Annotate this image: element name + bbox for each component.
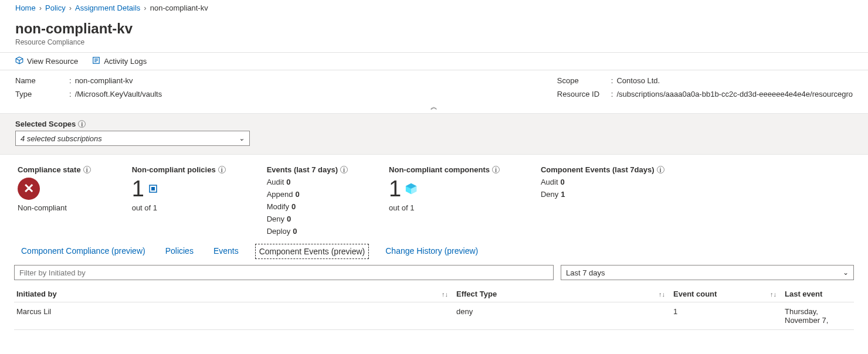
component-cube-icon xyxy=(405,182,418,195)
policy-icon xyxy=(148,183,158,194)
tab-events[interactable]: Events xyxy=(210,244,242,259)
col-initiated-by[interactable]: Initiated by↑↓ xyxy=(14,286,454,302)
info-icon[interactable]: i xyxy=(340,166,348,173)
type-value: /Microsoft.KeyVault/vaults xyxy=(75,90,162,98)
scope-label: Scope xyxy=(557,76,608,85)
info-icon[interactable]: i xyxy=(218,166,226,173)
svg-rect-5 xyxy=(151,187,155,190)
compliance-state-value: Non-compliant xyxy=(18,203,91,212)
component-events-title: Component Events (last 7days) xyxy=(541,165,655,174)
event-deny-value: 0 xyxy=(287,215,291,223)
page-subtitle: Resource Compliance xyxy=(0,37,868,52)
noncompliant-components-title: Non-compliant components xyxy=(389,165,490,174)
log-icon xyxy=(92,56,100,66)
sort-icon: ↑↓ xyxy=(659,291,669,298)
breadcrumb-assignment-details[interactable]: Assignment Details xyxy=(75,4,140,12)
cevent-deny-value: 1 xyxy=(561,190,565,199)
event-deploy-value: 0 xyxy=(293,227,297,236)
col-effect-type-label: Effect Type xyxy=(456,290,497,298)
noncompliant-components-sub: out of 1 xyxy=(389,203,500,212)
noncompliant-policies-title: Non-compliant policies xyxy=(132,165,216,174)
cell-last-event: Thursday, November 7, xyxy=(782,302,854,329)
event-audit-value: 0 xyxy=(286,178,290,186)
sort-icon: ↑↓ xyxy=(770,291,780,298)
date-range-dropdown[interactable]: Last 7 days ⌄ xyxy=(561,265,854,280)
col-event-count[interactable]: Event count↑↓ xyxy=(671,286,782,302)
collapse-toggle[interactable]: ︽ xyxy=(0,101,868,113)
events-metric: Events (last 7 days) i Audit0 Append0 Mo… xyxy=(267,165,348,236)
event-deploy-label: Deploy xyxy=(267,227,290,236)
resourceid-value: /subscriptions/aaaa0a0a-bb1b-cc2c-dd3d-e… xyxy=(616,90,853,98)
noncompliant-policies-metric: Non-compliant policies i 1 out of 1 xyxy=(132,165,226,236)
name-label: Name xyxy=(15,76,66,85)
col-initiated-by-label: Initiated by xyxy=(16,290,57,298)
view-resource-label: View Resource xyxy=(27,57,78,66)
info-icon[interactable]: i xyxy=(83,166,91,173)
scope-value: Contoso Ltd. xyxy=(616,76,660,85)
breadcrumb: Home › Policy › Assignment Details › non… xyxy=(0,0,868,16)
activity-logs-button[interactable]: Activity Logs xyxy=(92,56,147,66)
noncompliant-policies-sub: out of 1 xyxy=(132,203,226,212)
noncompliant-components-value: 1 xyxy=(389,178,401,200)
tab-component-compliance[interactable]: Component Compliance (preview) xyxy=(18,244,149,259)
cevent-deny-label: Deny xyxy=(541,190,558,199)
name-value: non-compliant-kv xyxy=(75,76,133,85)
sort-icon: ↑↓ xyxy=(442,291,452,298)
resourceid-label: Resource ID xyxy=(557,90,608,98)
selected-scopes-label: Selected Scopes xyxy=(15,120,76,128)
chevron-down-icon: ⌄ xyxy=(843,268,849,277)
chevron-down-icon: ⌄ xyxy=(239,134,245,142)
date-range-value: Last 7 days xyxy=(566,268,605,277)
scope-dropdown[interactable]: 4 selected subscriptions ⌄ xyxy=(15,131,250,146)
metrics-row: Compliance state i ✕ Non-compliant Non-c… xyxy=(0,155,868,243)
table-row[interactable]: Marcus Lil deny 1 Thursday, November 7, xyxy=(14,302,854,330)
noncompliant-components-metric: Non-compliant components i 1 out of 1 xyxy=(389,165,500,236)
event-deny-label: Deny xyxy=(267,215,284,223)
noncompliant-policies-value: 1 xyxy=(132,178,144,200)
col-event-count-label: Event count xyxy=(673,290,717,298)
event-audit-label: Audit xyxy=(267,178,284,186)
view-resource-button[interactable]: View Resource xyxy=(15,56,78,66)
breadcrumb-home[interactable]: Home xyxy=(15,4,36,12)
properties: Name : non-compliant-kv Type : /Microsof… xyxy=(0,70,868,101)
cell-event-count: 1 xyxy=(671,302,782,329)
event-modify-label: Modify xyxy=(267,202,289,211)
cube-icon xyxy=(15,56,23,66)
filter-row: Last 7 days ⌄ xyxy=(0,265,868,286)
event-modify-value: 0 xyxy=(291,202,296,211)
cevent-audit-value: 0 xyxy=(561,178,565,186)
type-label: Type xyxy=(15,90,66,98)
tabs: Component Compliance (preview) Policies … xyxy=(0,243,868,265)
noncompliant-icon: ✕ xyxy=(18,178,40,200)
events-table: Initiated by↑↓ Effect Type↑↓ Event count… xyxy=(0,286,868,330)
compliance-state-metric: Compliance state i ✕ Non-compliant xyxy=(18,165,91,236)
col-last-event[interactable]: Last event xyxy=(782,286,854,302)
breadcrumb-policy[interactable]: Policy xyxy=(45,4,66,12)
filter-initiated-by-input[interactable] xyxy=(14,265,554,280)
event-append-value: 0 xyxy=(296,190,300,199)
col-effect-type[interactable]: Effect Type↑↓ xyxy=(454,286,671,302)
event-append-label: Append xyxy=(267,190,293,199)
chevron-right-icon: › xyxy=(144,4,146,12)
activity-logs-label: Activity Logs xyxy=(104,57,147,66)
cell-initiated-by: Marcus Lil xyxy=(14,302,454,329)
compliance-state-title: Compliance state xyxy=(18,165,81,174)
breadcrumb-current: non-compliant-kv xyxy=(150,4,208,12)
chevron-right-icon: › xyxy=(39,4,42,12)
tab-change-history[interactable]: Change History (preview) xyxy=(382,244,482,259)
info-icon[interactable]: i xyxy=(492,166,500,173)
scope-dropdown-value: 4 selected subscriptions xyxy=(21,134,102,143)
cevent-audit-label: Audit xyxy=(541,178,558,186)
chevron-right-icon: › xyxy=(69,4,72,12)
selected-scopes-section: Selected Scopes i 4 selected subscriptio… xyxy=(0,113,868,155)
col-last-event-label: Last event xyxy=(785,290,822,298)
chevron-up-icon: ︽ xyxy=(430,103,438,111)
toolbar: View Resource Activity Logs xyxy=(0,52,868,70)
info-icon[interactable]: i xyxy=(657,166,664,173)
component-events-metric: Component Events (last 7days) i Audit0 D… xyxy=(541,165,664,236)
page-title: non-compliant-kv xyxy=(15,21,853,37)
tab-component-events[interactable]: Component Events (preview) xyxy=(255,244,369,259)
events-title: Events (last 7 days) xyxy=(267,165,338,174)
tab-policies[interactable]: Policies xyxy=(162,244,197,259)
info-icon[interactable]: i xyxy=(78,120,86,128)
